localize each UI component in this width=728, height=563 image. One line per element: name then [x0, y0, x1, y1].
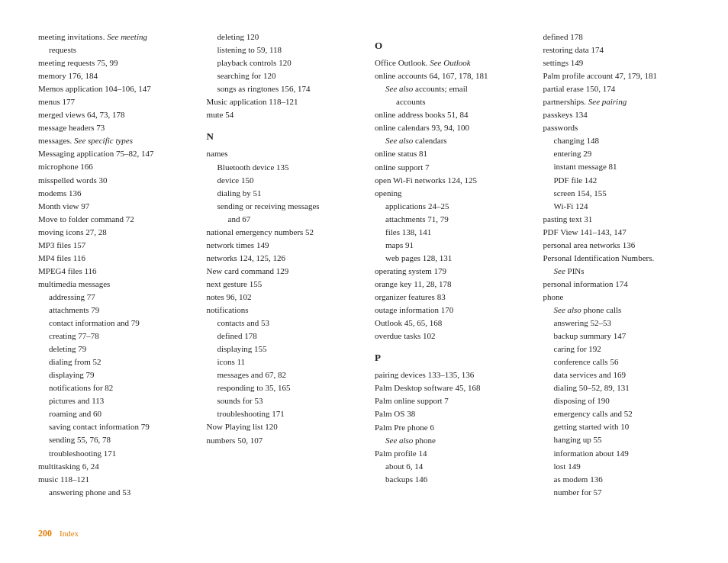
list-item: Palm OS 38 [375, 407, 522, 420]
list-item: displaying 79 [38, 368, 185, 381]
list-item: partnerships. See pairing [543, 95, 691, 108]
list-item: overdue tasks 102 [375, 330, 522, 343]
list-item: See also phone calls [543, 304, 691, 317]
list-item: troubleshooting 171 [207, 407, 354, 420]
list-item: Move to folder command 72 [38, 213, 185, 226]
list-item: lost 149 [543, 460, 691, 473]
list-item: New card command 129 [207, 265, 354, 278]
list-item: creating 77–78 [38, 330, 185, 343]
list-item: meeting invitations. See meeting [38, 31, 185, 43]
page-footer: 200 Index [38, 522, 690, 539]
list-item: contacts and 53 [207, 317, 354, 330]
list-item: dialing by 51 [207, 187, 354, 200]
list-item: web pages 128, 131 [375, 252, 522, 265]
list-item: See also calendars [375, 134, 522, 147]
list-item: See PINs [543, 265, 691, 278]
list-item: passkeys 134 [543, 108, 691, 121]
list-item: networks 124, 125, 126 [207, 252, 354, 265]
list-item: backups 146 [375, 473, 522, 486]
list-item: microphone 166 [38, 160, 185, 173]
list-item: saving contact information 79 [38, 420, 185, 433]
list-item: troubleshooting 171 [38, 447, 185, 460]
list-item: merged views 64, 73, 178 [38, 108, 185, 121]
list-item: N [207, 129, 354, 144]
list-item: P [375, 350, 522, 365]
list-item: number for 57 [543, 486, 691, 499]
list-item: changing 148 [543, 134, 691, 147]
list-item: personal information 174 [543, 278, 691, 291]
list-item: network times 149 [207, 239, 354, 252]
list-item: Palm profile 14 [375, 447, 522, 460]
list-item: online address books 51, 84 [375, 108, 522, 121]
list-item: songs as ringtones 156, 174 [207, 82, 354, 95]
list-item: online support 7 [375, 161, 522, 174]
list-item: misspelled words 30 [38, 174, 185, 187]
list-item: listening to 59, 118 [207, 43, 354, 56]
list-item: pictures and 113 [38, 394, 185, 407]
list-item: partial erase 150, 174 [543, 82, 691, 95]
list-item: open Wi-Fi networks 124, 125 [375, 174, 522, 187]
list-item: messages. See specific types [38, 134, 185, 147]
list-item: PDF View 141–143, 147 [543, 226, 691, 239]
list-item: sounds for 53 [207, 394, 354, 407]
list-item: Office Outlook. See Outlook [375, 56, 522, 69]
list-item: meeting requests 75, 99 [38, 56, 185, 69]
list-item: modems 136 [38, 187, 185, 200]
footer-label: Index [60, 529, 79, 538]
list-item: orange key 11, 28, 178 [375, 278, 522, 291]
list-item: data services and 169 [543, 368, 691, 381]
list-item: attachments 79 [38, 304, 185, 317]
list-item: emergency calls and 52 [543, 407, 691, 420]
list-item: phone [543, 291, 691, 304]
list-item: notifications for 82 [38, 381, 185, 394]
list-item: organizer features 83 [375, 291, 522, 304]
list-item: message headers 73 [38, 121, 185, 134]
list-item: answering phone and 53 [38, 486, 185, 499]
list-item: addressing 77 [38, 291, 185, 304]
list-item: maps 91 [375, 239, 522, 252]
list-item: O [375, 38, 522, 53]
list-item: outage information 170 [375, 304, 522, 317]
list-item: playback controls 120 [207, 56, 354, 69]
list-item: responding to 35, 165 [207, 381, 354, 394]
list-item: Month view 97 [38, 200, 185, 213]
list-item: entering 29 [543, 147, 691, 160]
list-item: hanging up 55 [543, 433, 691, 446]
list-item: PDF file 142 [543, 174, 691, 187]
list-item: getting started with 10 [543, 420, 691, 433]
list-item: Music application 118–121 [207, 95, 354, 108]
list-item: settings 149 [543, 56, 691, 69]
list-item: instant message 81 [543, 160, 691, 173]
list-item: screen 154, 155 [543, 187, 691, 200]
list-item: MP3 files 157 [38, 239, 185, 252]
list-item: national emergency numbers 52 [207, 226, 354, 239]
list-item: personal area networks 136 [543, 239, 691, 252]
list-item: displaying 155 [207, 343, 354, 355]
list-item: attachments 71, 79 [375, 213, 522, 226]
list-item: opening [375, 187, 522, 200]
list-item: defined 178 [543, 31, 691, 43]
list-item: conference calls 56 [543, 355, 691, 368]
list-item: and 67 [207, 213, 354, 226]
list-item: Now Playing list 120 [207, 420, 354, 433]
list-item: notifications [207, 304, 354, 317]
list-item: next gesture 155 [207, 278, 354, 291]
list-item: contact information and 79 [38, 317, 185, 330]
list-item: numbers 50, 107 [207, 434, 354, 447]
list-item: backup summary 147 [543, 330, 691, 343]
list-item: moving icons 27, 28 [38, 226, 185, 239]
list-item: dialing from 52 [38, 355, 185, 368]
list-item: music 118–121 [38, 473, 185, 486]
list-item: caring for 192 [543, 343, 691, 355]
index-page: meeting invitations. See meetingrequests… [38, 31, 690, 499]
list-item: MPEG4 files 116 [38, 265, 185, 278]
list-item: icons 11 [207, 355, 354, 368]
list-item: MP4 files 116 [38, 252, 185, 265]
list-item: Wi-Fi 124 [543, 200, 691, 213]
list-item: sending 55, 76, 78 [38, 433, 185, 446]
list-item: online accounts 64, 167, 178, 181 [375, 69, 522, 82]
list-item: dialing 50–52, 89, 131 [543, 381, 691, 394]
list-item: pairing devices 133–135, 136 [375, 368, 522, 381]
list-item: restoring data 174 [543, 43, 691, 56]
column-3: OOffice Outlook. See Outlookonline accou… [375, 31, 522, 499]
